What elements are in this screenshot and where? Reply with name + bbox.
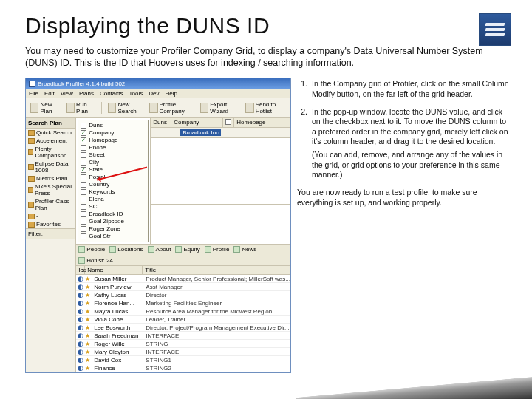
checkbox-icon[interactable]: [81, 123, 86, 129]
field-option-label: Goal Str: [89, 233, 110, 240]
field-option[interactable]: Homepage: [80, 137, 146, 144]
person-icon: ◐: [76, 324, 85, 331]
company-cell[interactable]: Broadlook Inc: [180, 129, 221, 136]
person-row[interactable]: ◐★David CoxSTRING1: [76, 356, 290, 364]
folder-icon: [28, 214, 35, 219]
toolbar-new-plan[interactable]: New Plan: [29, 100, 62, 115]
col-duns[interactable]: Duns: [151, 118, 171, 127]
sidebar-item[interactable]: Accelement: [26, 137, 75, 145]
person-name: David Cox: [92, 357, 144, 364]
company-row[interactable]: Broadlook Inc: [151, 128, 290, 138]
menu-contacts[interactable]: Contacts: [100, 90, 123, 97]
person-row[interactable]: ◐★Mayra LucasResource Area Manager for t…: [76, 307, 290, 316]
tab-hotlist-count[interactable]: Hotlist: 24: [78, 257, 113, 264]
field-option[interactable]: Company: [80, 129, 146, 137]
person-row[interactable]: ◐★Mary ClaytonINTERFACE: [76, 348, 290, 356]
equity-icon: [175, 246, 182, 253]
checkbox-icon[interactable]: [81, 130, 86, 136]
person-row[interactable]: ◐★Kathy LucasDirector: [76, 291, 290, 299]
tab-equity[interactable]: Equity: [175, 246, 200, 253]
field-option[interactable]: Street: [80, 151, 146, 159]
pcol-title[interactable]: Title: [143, 266, 290, 274]
content-row: Broadlook Profiler 4.1.4 build 502 File …: [25, 78, 511, 373]
run-plan-icon: [66, 103, 75, 113]
person-row[interactable]: ◐★Florence Han...Marketing Facilities En…: [76, 299, 290, 307]
sidebar-item[interactable]: -: [26, 212, 75, 220]
person-row[interactable]: ◐★Lee BosworthDirector, Project/Program …: [76, 324, 290, 332]
folder-icon: [28, 187, 33, 193]
person-row[interactable]: ◐★Roger WilleSTRING: [76, 340, 290, 348]
sidebar-item-label: Eclipse Data 1008: [35, 160, 74, 174]
menu-file[interactable]: File: [29, 90, 38, 97]
checkbox-icon[interactable]: [81, 160, 86, 166]
checkbox-icon[interactable]: [81, 233, 86, 239]
checkbox-icon[interactable]: [81, 219, 86, 225]
field-option[interactable]: Roger Zone: [80, 225, 146, 233]
tab-news[interactable]: News: [233, 246, 256, 253]
field-option[interactable]: Goal Zipcode: [80, 218, 146, 225]
toolbar-hotlist[interactable]: Send to Hotlist: [244, 100, 287, 115]
checkbox-icon[interactable]: [81, 197, 86, 202]
person-icon: ◐: [76, 316, 85, 323]
field-option[interactable]: Phone: [80, 144, 146, 151]
person-row[interactable]: ◐★Sarah FreedmanINTERFACE: [76, 332, 290, 340]
tab-about[interactable]: About: [148, 246, 171, 253]
toolbar-export-wizard[interactable]: Export Wizard: [199, 100, 241, 115]
toolbar-run-plan[interactable]: Run Plan: [65, 100, 97, 115]
field-option[interactable]: City: [80, 159, 146, 166]
field-option[interactable]: Elena: [80, 196, 146, 203]
checkbox-icon[interactable]: [81, 152, 86, 158]
app-menubar[interactable]: File Edit View Plans Contacts Tools Dev …: [26, 89, 290, 98]
checkbox-icon[interactable]: [81, 167, 86, 173]
main-area: DunsCompanyHomepagePhoneStreetCityStateP…: [76, 118, 290, 372]
menu-view[interactable]: View: [61, 90, 73, 97]
checkbox-icon[interactable]: [81, 204, 86, 210]
checkbox-icon[interactable]: [81, 189, 86, 195]
folder-icon: [28, 164, 34, 170]
field-option[interactable]: Broadlook ID: [80, 211, 146, 218]
col-homepage[interactable]: Homepage: [234, 118, 290, 127]
star-icon: ★: [85, 349, 92, 355]
checkbox-icon[interactable]: [81, 182, 86, 188]
toolbar-new-search[interactable]: New Search: [106, 100, 145, 115]
col-chk[interactable]: [223, 118, 234, 127]
tab-locations[interactable]: Locations: [109, 246, 143, 253]
checkbox-icon[interactable]: [81, 174, 86, 180]
field-option[interactable]: Goal Str: [80, 233, 146, 240]
sidebar-item[interactable]: Profiler Cass Plan: [26, 197, 75, 212]
sidebar-item[interactable]: Eclipse Data 1008: [26, 160, 75, 174]
checkbox-icon[interactable]: [81, 211, 86, 217]
step-2-text: In the pop-up window, locate the DUNS va…: [312, 107, 508, 146]
field-option[interactable]: Keywords: [80, 188, 146, 196]
sidebar-item[interactable]: Nieto's Plan: [26, 174, 75, 183]
field-option[interactable]: SC: [80, 203, 146, 211]
field-option[interactable]: Duns: [80, 122, 146, 129]
checkbox-icon[interactable]: [81, 226, 86, 232]
menu-tools[interactable]: Tools: [129, 90, 143, 97]
toolbar-profile-company[interactable]: Profile Company: [148, 100, 196, 115]
sidebar-item[interactable]: Quick Search: [26, 129, 75, 137]
menu-edit[interactable]: Edit: [44, 90, 55, 97]
field-option[interactable]: Country: [80, 181, 146, 188]
pcol-ico[interactable]: Ico: [76, 266, 85, 274]
sidebar-item[interactable]: Favorites: [26, 220, 75, 228]
menu-plans[interactable]: Plans: [79, 90, 94, 97]
company-grid-header[interactable]: Duns Company Homepage: [151, 118, 290, 128]
pcol-name[interactable]: Name: [85, 266, 143, 274]
col-company[interactable]: Company: [171, 118, 223, 127]
tab-profile[interactable]: Profile: [205, 246, 230, 253]
menu-help[interactable]: Help: [165, 90, 177, 97]
menu-dev[interactable]: Dev: [149, 90, 159, 97]
sidebar-item[interactable]: Nike's Special Press: [26, 183, 75, 197]
checkbox-icon[interactable]: [81, 145, 86, 151]
checkbox-icon[interactable]: [81, 137, 86, 143]
person-row[interactable]: ◐★Susan MillerProduct Manager, Senior Pr…: [76, 275, 290, 283]
tab-people[interactable]: People: [78, 246, 105, 253]
column-modify-panel[interactable]: DunsCompanyHomepagePhoneStreetCityStateP…: [78, 120, 149, 242]
person-row[interactable]: ◐★Norm PurviewAsst Manager: [76, 283, 290, 291]
filter-bar: Filter:: [26, 228, 75, 239]
person-row[interactable]: ◐★FinanceSTRING2: [76, 364, 290, 372]
person-row[interactable]: ◐★Viola ConeLeader, Trainer: [76, 316, 290, 324]
star-icon: ★: [85, 316, 92, 323]
sidebar-item[interactable]: Plenty Comparison: [26, 145, 75, 160]
